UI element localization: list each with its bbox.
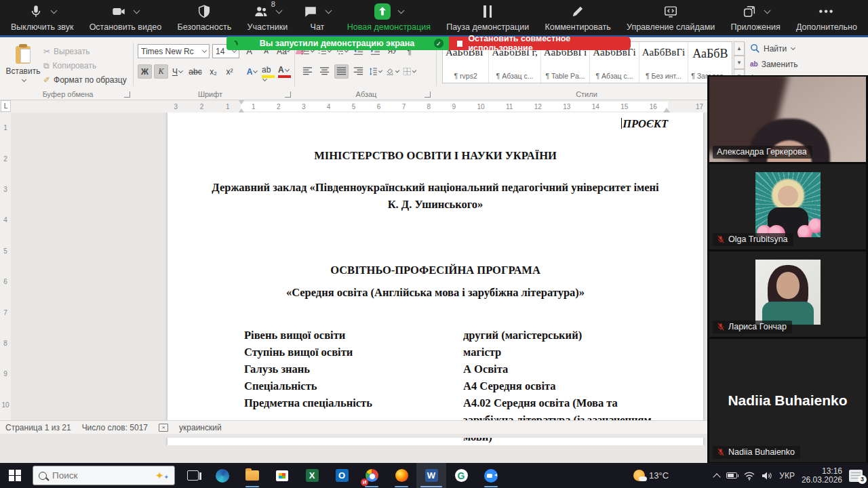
paste-button[interactable]: Вставить [8,43,38,86]
style-name: ¶ Абзац с... [492,72,538,80]
stop-video-button[interactable]: Остановить видео [88,0,163,35]
pause-share-button[interactable]: Пауза демонстрации [445,0,530,35]
vertical-ruler[interactable]: 1 2 3 4 5 6 7 8 9 10 [0,113,11,420]
more-button[interactable]: ••• Дополнительно [795,0,859,35]
ruler-text-area: 12345678910111213141516 [241,102,668,111]
search-input[interactable] [52,470,127,481]
highlight-button[interactable]: ab [261,64,275,79]
word-button[interactable]: W [416,463,446,488]
wifi-icon[interactable] [744,471,755,481]
underline-button[interactable]: Ч [170,64,184,79]
participant-video-tile[interactable]: Nadiia Buhaienko Nadiia Buhaienko [709,338,867,463]
shading-button[interactable] [385,64,399,79]
cut-label: Вырезать [54,47,90,56]
clipboard-dialog-launcher[interactable] [124,92,130,98]
find-label: Найти [764,44,787,54]
battery-icon[interactable] [726,471,737,481]
zoom-app-button[interactable] [476,463,506,488]
strikethrough-icon: abc [189,67,201,77]
chevron-down-icon[interactable] [275,7,282,14]
chevron-down-icon[interactable] [326,7,332,14]
apps-button[interactable]: Приложения [730,0,782,35]
taskbar-weather[interactable]: 13°C [628,470,674,481]
chevron-down-icon [791,45,795,50]
participant-name-label: Лариса Гончар [713,321,792,333]
slide-control-button[interactable]: Управление слайдами [625,0,716,35]
format-painter-label: Формат по образцу [54,75,127,85]
replace-button[interactable]: ab Заменить [750,57,838,71]
font-dialog-launcher[interactable] [285,92,291,98]
mute-button[interactable]: Выключить звук [9,0,75,35]
sharing-banner: Вы запустили демонстрацию экрана ✓ [226,37,449,50]
find-button[interactable]: Найти [750,41,838,56]
proofing-icon[interactable]: × [159,424,168,432]
cut-button[interactable]: ✂ Вырезать [43,44,127,58]
align-left-button[interactable] [300,64,315,79]
outlook-button[interactable]: O [327,463,357,488]
style-item[interactable]: АаБбВвГі ¶ Без инт... [639,42,688,83]
weather-icon [633,470,645,481]
excel-button[interactable]: X [297,463,327,488]
firefox-button[interactable] [387,463,416,488]
tray-expand-icon[interactable] [713,473,721,481]
page-count[interactable]: Страница 1 из 21 [5,423,71,432]
language-status[interactable]: украинский [179,423,222,432]
volume-icon[interactable] [762,471,772,481]
font-color-button[interactable]: А [277,64,292,79]
participant-video-tile[interactable]: Olga Trubitsyna [709,163,867,250]
line-spacing-button[interactable] [368,64,382,79]
file-explorer-button[interactable] [237,463,267,488]
chat-button[interactable]: Чат [302,0,332,35]
italic-button[interactable]: К [154,64,168,79]
edge-button[interactable] [208,463,237,488]
strikethrough-button[interactable]: abc [186,64,204,79]
subscript-button[interactable]: x₂ [206,64,220,79]
temperature: 13°C [649,470,669,481]
chevron-down-icon[interactable] [397,7,404,14]
align-justify-button[interactable] [334,64,349,79]
gallery-scroll-up-button[interactable]: ▲ [734,41,745,56]
clock-time: 13:16 [822,466,842,476]
paragraph-dialog-launcher[interactable] [425,92,431,98]
chevron-down-icon[interactable] [764,7,770,14]
chat-icon [303,4,318,19]
scissors-icon: ✂ [43,47,50,56]
word-count[interactable]: Число слов: 5017 [82,423,148,432]
task-view-button[interactable] [178,463,208,488]
document-page[interactable]: ПРОЄКТ МІНІСТЕРСТВО ОСВІТИ І НАУКИ УКРАЇ… [167,113,703,445]
store-button[interactable] [267,463,297,488]
grammarly-button[interactable]: G [446,463,476,488]
chevron-down-icon[interactable] [50,7,57,14]
text-effects-button[interactable]: А [245,64,259,79]
replace-icon: ab [750,60,758,68]
annotate-button[interactable]: Комментировать [543,0,612,35]
language-indicator[interactable]: УКР [779,471,795,481]
bold-button[interactable]: Ж [138,64,152,79]
participant-video-tile[interactable]: Александра Геркерова [709,76,867,163]
format-painter-button[interactable]: ✐ Формат по образцу [43,73,127,87]
indent-marker[interactable] [239,100,245,113]
copy-button[interactable]: ⧉ Копировать [43,58,127,73]
gallery-scroll-down-button[interactable]: ▼ [734,56,745,70]
chevron-down-icon[interactable] [134,7,140,14]
align-center-button[interactable] [317,64,332,79]
right-indent-marker[interactable] [663,104,670,113]
taskbar-search[interactable]: ✦✦ [33,466,175,485]
new-share-button[interactable]: Новая демонстрация [346,0,432,35]
chrome-button[interactable]: И [357,463,387,488]
superscript-button[interactable]: x² [222,64,237,79]
borders-button[interactable] [402,64,416,79]
font-family-select[interactable]: Times New Rc [138,44,210,58]
participants-button[interactable]: 8 Участники [245,0,289,35]
participant-name-label: Александра Геркерова [713,146,812,159]
group-divider [133,43,134,86]
participant-video-tile[interactable]: Лариса Гончар [709,251,867,338]
taskbar-clock[interactable]: 13:16 26.03.2026 [802,467,842,485]
notification-center-button[interactable]: 3 [849,470,863,482]
share-screen-icon [374,3,391,20]
security-button[interactable]: Безопасность [176,0,233,35]
tab-selector[interactable]: L [1,100,11,112]
start-button[interactable] [0,463,30,488]
stop-share-button[interactable]: Остановить совместное использование [449,37,631,50]
align-right-button[interactable] [351,64,366,79]
